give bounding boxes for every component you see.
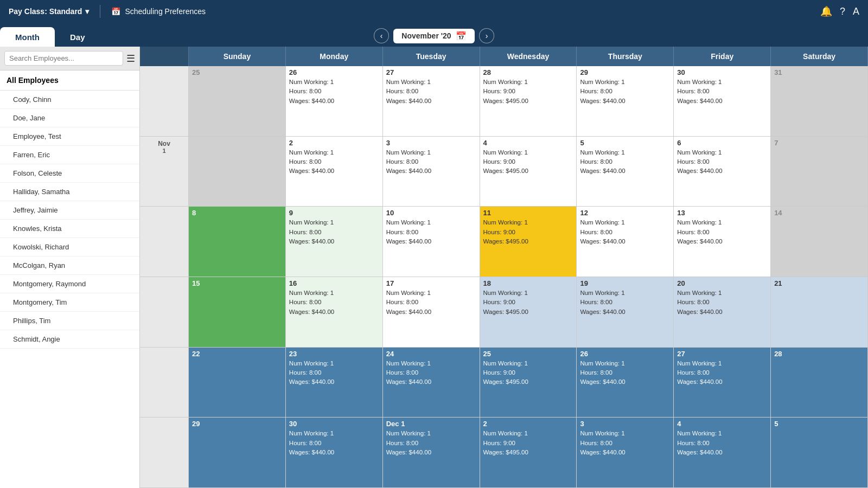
employee-list-item[interactable]: Cody, Chinn (0, 91, 139, 109)
prev-month-button[interactable]: ‹ (374, 28, 389, 43)
calendar-day-cell[interactable]: 28Num Working: 1 Hours: 9:00 Wages: $495… (480, 66, 577, 136)
calendar-day-cell[interactable]: 7 (771, 137, 868, 207)
calendar-day-cell[interactable]: 27Num Working: 1 Hours: 8:00 Wages: $440… (674, 348, 771, 418)
calendar-week-row: 2930Num Working: 1 Hours: 8:00 Wages: $4… (140, 418, 868, 488)
day-number: 2 (483, 420, 573, 428)
calendar-day-cell[interactable]: 22 (189, 348, 286, 418)
day-number: 25 (192, 68, 282, 76)
sidebar: ☰ All Employees Cody, ChinnDoe, JaneEmpl… (0, 47, 140, 488)
search-row: ☰ (0, 47, 139, 70)
calendar-day-cell[interactable]: 17Num Working: 1 Hours: 8:00 Wages: $440… (383, 277, 480, 347)
employee-list-item[interactable]: Schmidt, Angie (0, 330, 139, 349)
employee-list-item[interactable]: Employee, Test (0, 127, 139, 146)
cell-schedule-info: Num Working: 1 Hours: 8:00 Wages: $440.0… (580, 429, 670, 457)
cell-schedule-info: Num Working: 1 Hours: 8:00 Wages: $440.0… (289, 148, 379, 176)
calendar-day-cell[interactable]: 5 (771, 418, 868, 487)
calendar-day-cell[interactable]: 26Num Working: 1 Hours: 8:00 Wages: $440… (577, 348, 674, 418)
cell-schedule-info: Num Working: 1 Hours: 8:00 Wages: $440.0… (677, 429, 767, 457)
cell-schedule-info: Num Working: 1 Hours: 9:00 Wages: $495.0… (483, 78, 573, 106)
employee-list-item[interactable]: Jeffrey, Jaimie (0, 201, 139, 220)
calendar-day-cell[interactable]: 14 (771, 207, 868, 277)
calendar-day-cell[interactable]: 5Num Working: 1 Hours: 8:00 Wages: $440.… (577, 137, 674, 207)
tab-month[interactable]: Month (0, 27, 55, 47)
calendar-body: 2526Num Working: 1 Hours: 8:00 Wages: $4… (140, 66, 868, 488)
calendar-day-cell[interactable]: 16Num Working: 1 Hours: 8:00 Wages: $440… (286, 277, 383, 347)
day-number: 19 (580, 279, 670, 287)
calendar-day-cell[interactable]: 15 (189, 277, 286, 347)
calendar-day-cell[interactable]: 6Num Working: 1 Hours: 8:00 Wages: $440.… (674, 137, 771, 207)
calendar-day-cell[interactable]: 3Num Working: 1 Hours: 8:00 Wages: $440.… (383, 137, 480, 207)
cell-schedule-info: Num Working: 1 Hours: 9:00 Wages: $495.0… (483, 218, 573, 246)
calendar-day-cell[interactable]: 2Num Working: 1 Hours: 9:00 Wages: $495.… (480, 418, 577, 487)
chevron-down-icon: ▾ (85, 7, 89, 16)
cell-schedule-info: Num Working: 1 Hours: 8:00 Wages: $440.0… (677, 148, 767, 176)
filter-menu-button[interactable]: ☰ (126, 53, 135, 65)
calendar-day-cell[interactable]: 29Num Working: 1 Hours: 8:00 Wages: $440… (577, 66, 674, 136)
cell-schedule-info: Num Working: 1 Hours: 8:00 Wages: $440.0… (677, 78, 767, 106)
pay-class-selector[interactable]: Pay Class: Standard ▾ (9, 7, 89, 16)
calendar-day-cell[interactable]: 28 (771, 348, 868, 418)
calendar-day-cell[interactable]: 20Num Working: 1 Hours: 8:00 Wages: $440… (674, 277, 771, 347)
cell-schedule-info: Num Working: 1 Hours: 8:00 Wages: $440.0… (289, 359, 379, 387)
employee-list-item[interactable]: Folson, Celeste (0, 164, 139, 183)
divider (100, 5, 100, 18)
calendar-day-cell[interactable]: 31 (771, 66, 868, 136)
calendar-day-cell[interactable] (189, 137, 286, 207)
calendar-day-cell[interactable]: Dec 1Num Working: 1 Hours: 8:00 Wages: $… (383, 418, 480, 487)
search-input[interactable] (4, 51, 123, 66)
employee-list-item[interactable]: Kowolski, Richard (0, 238, 139, 256)
day-number: 4 (677, 420, 767, 428)
calendar-day-cell[interactable]: 4Num Working: 1 Hours: 8:00 Wages: $440.… (674, 418, 771, 487)
calendar-day-cell[interactable]: 4Num Working: 1 Hours: 9:00 Wages: $495.… (480, 137, 577, 207)
calendar-day-cell[interactable]: 19Num Working: 1 Hours: 8:00 Wages: $440… (577, 277, 674, 347)
employee-list-item[interactable]: Phillips, Tim (0, 312, 139, 330)
employee-list-item[interactable]: Farren, Eric (0, 146, 139, 164)
calendar-day-cell[interactable]: 10Num Working: 1 Hours: 8:00 Wages: $440… (383, 207, 480, 277)
calendar-day-cell[interactable]: 18Num Working: 1 Hours: 9:00 Wages: $495… (480, 277, 577, 347)
calendar-day-cell[interactable]: 21 (771, 277, 868, 347)
day-number: 14 (774, 209, 864, 217)
employee-list-item[interactable]: Montgomery, Tim (0, 293, 139, 312)
calendar-week-row: 1516Num Working: 1 Hours: 8:00 Wages: $4… (140, 277, 868, 348)
calendar-day-cell[interactable]: 8 (189, 207, 286, 277)
sched-pref-label: Scheduling Preferences (125, 7, 206, 16)
calendar-day-cell[interactable]: 9Num Working: 1 Hours: 8:00 Wages: $440.… (286, 207, 383, 277)
calendar-day-cell[interactable]: 2Num Working: 1 Hours: 8:00 Wages: $440.… (286, 137, 383, 207)
next-month-button[interactable]: › (479, 28, 494, 43)
employee-list-item[interactable]: Halliday, Samatha (0, 183, 139, 201)
cell-schedule-info: Num Working: 1 Hours: 9:00 Wages: $495.0… (483, 359, 573, 387)
account-icon[interactable]: A (853, 6, 859, 17)
calendar-day-cell[interactable]: 23Num Working: 1 Hours: 8:00 Wages: $440… (286, 348, 383, 418)
help-icon[interactable]: ? (840, 6, 845, 17)
calendar-week-row: Nov12Num Working: 1 Hours: 8:00 Wages: $… (140, 137, 868, 207)
employee-list-item[interactable]: McColgan, Ryan (0, 256, 139, 275)
cell-schedule-info: Num Working: 1 Hours: 8:00 Wages: $440.0… (386, 359, 476, 387)
cell-schedule-info: Num Working: 1 Hours: 8:00 Wages: $440.0… (677, 288, 767, 317)
calendar-day-cell[interactable]: 25Num Working: 1 Hours: 9:00 Wages: $495… (480, 348, 577, 418)
bell-icon[interactable]: 🔔 (820, 5, 832, 17)
calendar-day-cell[interactable]: 24Num Working: 1 Hours: 8:00 Wages: $440… (383, 348, 480, 418)
calendar-day-cell[interactable]: 12Num Working: 1 Hours: 8:00 Wages: $440… (577, 207, 674, 277)
employee-list-item[interactable]: Montgomery, Raymond (0, 275, 139, 293)
calendar-picker-icon[interactable]: 📅 (456, 31, 467, 41)
calendar-day-cell[interactable]: 26Num Working: 1 Hours: 8:00 Wages: $440… (286, 66, 383, 136)
tab-day[interactable]: Day (55, 27, 100, 47)
employee-list-item[interactable]: Doe, Jane (0, 109, 139, 127)
day-number: 25 (483, 350, 573, 358)
calendar-day-cell[interactable]: 30Num Working: 1 Hours: 8:00 Wages: $440… (286, 418, 383, 487)
day-number: 29 (580, 68, 670, 76)
day-number: 26 (580, 350, 670, 358)
calendar-day-cell[interactable]: 30Num Working: 1 Hours: 8:00 Wages: $440… (674, 66, 771, 136)
all-employees-label[interactable]: All Employees (0, 70, 139, 91)
calendar-day-cell[interactable]: 29 (189, 418, 286, 487)
scheduling-preferences-link[interactable]: 📅 Scheduling Preferences (111, 7, 206, 16)
calendar-day-cell[interactable]: 13Num Working: 1 Hours: 8:00 Wages: $440… (674, 207, 771, 277)
cell-schedule-info: Num Working: 1 Hours: 8:00 Wages: $440.0… (580, 218, 670, 246)
calendar-day-cell[interactable]: 11Num Working: 1 Hours: 9:00 Wages: $495… (480, 207, 577, 277)
calendar-day-cell[interactable]: 3Num Working: 1 Hours: 8:00 Wages: $440.… (577, 418, 674, 487)
day-number: 28 (483, 68, 573, 76)
header-day-sunday: Sunday (189, 47, 286, 66)
calendar-day-cell[interactable]: 27Num Working: 1 Hours: 8:00 Wages: $440… (383, 66, 480, 136)
employee-list-item[interactable]: Knowles, Krista (0, 220, 139, 238)
calendar-day-cell[interactable]: 25 (189, 66, 286, 136)
